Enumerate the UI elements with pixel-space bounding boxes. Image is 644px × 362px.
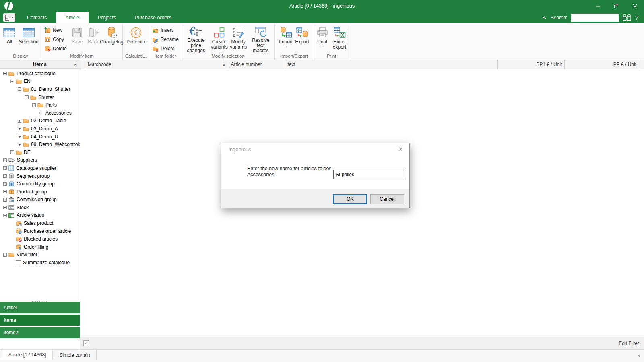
create-variants-button[interactable]: Create variants bbox=[210, 24, 229, 53]
document-tab-article-0-14368-[interactable]: Article [0 / 14368] bbox=[2, 350, 53, 360]
selection-button[interactable]: Selection bbox=[17, 24, 39, 53]
tree-item-purchase-order-article[interactable]: Purchase order article bbox=[0, 227, 80, 235]
expand-icon[interactable]: + bbox=[18, 119, 21, 123]
print-button[interactable]: Print ⌄ bbox=[314, 24, 330, 53]
tree-item-article-status[interactable]: −Article status bbox=[0, 212, 80, 220]
delete-button[interactable]: Delete bbox=[42, 44, 69, 53]
tree-item-blocked-articles[interactable]: Blocked articles bbox=[0, 235, 80, 243]
close-button[interactable] bbox=[625, 0, 644, 12]
column-header-pp-unit[interactable]: PP € / Unit bbox=[565, 60, 639, 69]
restore-button[interactable] bbox=[607, 0, 625, 12]
expand-icon[interactable]: + bbox=[18, 143, 21, 146]
expand-icon[interactable]: + bbox=[3, 190, 7, 193]
resolve-text-macros-button[interactable]: Resolve text macros bbox=[248, 24, 274, 53]
expand-icon[interactable]: + bbox=[3, 158, 7, 162]
delete-folder-button[interactable]: Delete bbox=[150, 44, 181, 53]
all-button[interactable]: All bbox=[1, 24, 17, 53]
save-button[interactable]: Save bbox=[69, 24, 85, 53]
tab-article[interactable]: Article bbox=[56, 12, 89, 23]
tree-item-product-catalogue[interactable]: −Product catalogue bbox=[0, 70, 80, 78]
tree-item-commodity-group[interactable]: +Commodity group bbox=[0, 180, 80, 188]
changelog-button[interactable]: Changelog bbox=[101, 24, 122, 53]
minimize-button[interactable] bbox=[588, 0, 607, 12]
panel-bar-artikel[interactable]: Artikel bbox=[0, 302, 80, 313]
expand-icon[interactable]: + bbox=[18, 127, 21, 130]
column-header-sp1-unit[interactable]: SP1 € / Unit bbox=[498, 60, 565, 69]
collapse-icon[interactable]: − bbox=[18, 87, 21, 91]
collapse-icon[interactable]: − bbox=[10, 80, 14, 83]
tree-item-summarize-catalogue[interactable]: Summarize catalogue bbox=[0, 259, 80, 267]
tree-item-03-demo-a[interactable]: +03_Demo_A bbox=[0, 125, 80, 133]
tree-item-accessories[interactable]: Accessories bbox=[0, 109, 80, 117]
collapse-sidebar-button[interactable]: « bbox=[71, 61, 80, 67]
collapse-icon[interactable]: − bbox=[3, 214, 7, 217]
splitter-handle[interactable]: ......... bbox=[0, 299, 80, 302]
tree-item-commission-group[interactable]: +Commission group bbox=[0, 196, 80, 204]
tab-purchase-orders[interactable]: Purchase orders bbox=[125, 12, 181, 23]
tree-item-shutter[interactable]: −Shutter bbox=[0, 93, 80, 101]
tab-scroll-arrow-icon[interactable]: ▾ bbox=[638, 354, 640, 358]
priceinfo-button[interactable]: € Priceinfo bbox=[125, 24, 147, 53]
tree-item-02-demo-table[interactable]: +02_Demo_Table bbox=[0, 117, 80, 125]
collapse-icon[interactable]: − bbox=[3, 253, 7, 257]
excel-export-button[interactable]: X Excel export bbox=[330, 24, 349, 53]
tree-item-de[interactable]: +DE bbox=[0, 148, 80, 156]
expand-icon[interactable]: + bbox=[3, 174, 7, 178]
import-button[interactable]: Import ⌄ bbox=[278, 24, 294, 53]
tree-item-suppliers[interactable]: +Suppliers bbox=[0, 156, 80, 165]
panel-bar-items2[interactable]: Items2 bbox=[0, 327, 80, 338]
execute-price-changes-button[interactable]: € Execute price changes bbox=[182, 24, 210, 53]
tree-item-01-demo-shutter[interactable]: −01_Demo_Shutter bbox=[0, 85, 80, 93]
column-header-text[interactable]: text bbox=[285, 60, 498, 69]
filter-checkbox[interactable]: ✓ bbox=[83, 340, 89, 346]
tree-item-product-group[interactable]: +Product group bbox=[0, 188, 80, 196]
copy-button[interactable]: Copy bbox=[42, 35, 69, 44]
euro-circle-icon: € bbox=[130, 26, 142, 39]
tab-projects[interactable]: Projects bbox=[89, 12, 125, 23]
edit-filter-button[interactable]: Edit Filter bbox=[619, 341, 639, 346]
expand-icon[interactable]: + bbox=[32, 103, 36, 107]
modify-variants-button[interactable]: Modify variants bbox=[229, 24, 248, 53]
tree-item-catalogue-supplier[interactable]: +Catalogue supplier bbox=[0, 164, 80, 172]
tree-item-sales-product[interactable]: Sales product bbox=[0, 219, 80, 227]
expand-icon[interactable]: + bbox=[3, 182, 7, 186]
tree-item-segment-group[interactable]: +Segment group bbox=[0, 172, 80, 180]
new-button[interactable]: New bbox=[42, 25, 69, 35]
tree-item-04-demo-u[interactable]: +04_Demo_U bbox=[0, 133, 80, 141]
tree-item-view-filter[interactable]: −View filter bbox=[0, 251, 80, 259]
expand-icon[interactable]: + bbox=[10, 150, 14, 154]
collapse-icon[interactable]: − bbox=[25, 95, 29, 99]
dialog-close-icon[interactable]: ✕ bbox=[396, 145, 405, 153]
ribbon-group-display: All Selection Display bbox=[0, 24, 41, 60]
menu-bar: Contacts Article Projects Purchase order… bbox=[0, 12, 644, 23]
panel-bar-items[interactable]: Items bbox=[0, 315, 80, 326]
tree-item-parts[interactable]: +Parts bbox=[0, 101, 80, 109]
collapse-ribbon-icon[interactable] bbox=[542, 16, 547, 19]
expand-icon[interactable]: + bbox=[3, 206, 7, 209]
document-tab-simple-curtain[interactable]: Simple curtain bbox=[53, 350, 97, 360]
rename-folder-button[interactable]: Rename bbox=[150, 35, 181, 44]
tree-item-order-filling[interactable]: Order filling bbox=[0, 243, 80, 251]
search-input[interactable] bbox=[571, 14, 619, 22]
expand-icon[interactable]: + bbox=[18, 135, 21, 138]
folder-icon bbox=[23, 126, 29, 132]
tree-item-en[interactable]: −EN bbox=[0, 78, 80, 86]
column-header-article-number[interactable]: Article number bbox=[228, 60, 285, 69]
ok-button[interactable]: OK bbox=[333, 194, 367, 204]
back-button[interactable]: Back bbox=[85, 24, 101, 53]
column-header-matchcode[interactable]: Matchcode▲ bbox=[85, 60, 228, 69]
tree-item-stock[interactable]: +Stock bbox=[0, 204, 80, 212]
tab-contacts[interactable]: Contacts bbox=[18, 12, 56, 23]
insert-folder-button[interactable]: Insert bbox=[150, 25, 181, 35]
expand-icon[interactable]: + bbox=[3, 166, 7, 170]
tree-item-label: Product group bbox=[17, 189, 47, 195]
help-button[interactable]: ? bbox=[635, 14, 638, 21]
export-button[interactable]: Export bbox=[294, 24, 310, 53]
app-menu-button[interactable] bbox=[3, 13, 15, 22]
collapse-icon[interactable]: − bbox=[3, 72, 7, 75]
tree-item-09-demo-webcontrols[interactable]: +09_Demo_Webcontrols bbox=[0, 140, 80, 148]
binoculars-icon[interactable] bbox=[623, 14, 631, 21]
folder-name-input[interactable] bbox=[333, 170, 405, 179]
expand-icon[interactable]: + bbox=[3, 198, 7, 202]
cancel-button[interactable]: Cancel bbox=[370, 194, 404, 204]
